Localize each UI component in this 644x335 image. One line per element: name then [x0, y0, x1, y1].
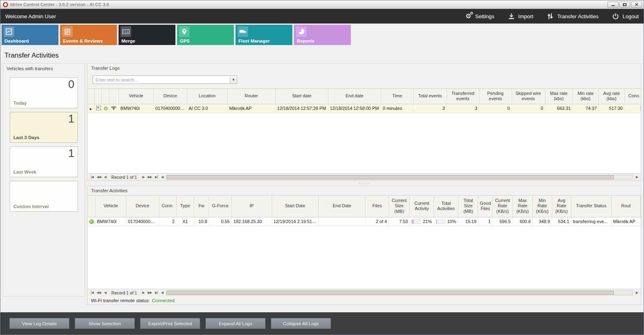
scroll-left-button[interactable] — [160, 291, 164, 294]
events-icon — [62, 26, 73, 37]
col-location[interactable]: Location — [187, 89, 227, 104]
tile-merge[interactable]: Merge — [119, 25, 175, 45]
col-pending-events[interactable]: Pending events — [479, 89, 512, 104]
import-action[interactable]: Import — [507, 12, 533, 20]
scroll-right-button[interactable] — [635, 175, 639, 179]
col-transfer-status[interactable]: Transfer Status — [571, 195, 611, 217]
col-total-size[interactable]: Total Size (MB) — [458, 195, 478, 217]
cell-min-rate: 74.37 — [573, 104, 599, 113]
col-min-rate[interactable]: Min Rate (KB/s) — [533, 195, 552, 217]
transfer-log-row[interactable]: BMW740i 017040000038 AI CC 3.0 Mikrotik … — [88, 104, 641, 113]
col-ip[interactable]: IP — [231, 195, 272, 217]
show-selection-button[interactable]: Show Selection — [75, 318, 135, 329]
col-good-files[interactable]: Good Files — [478, 195, 493, 217]
first-record-button[interactable] — [89, 175, 95, 179]
col-g-force[interactable]: G-Force — [209, 195, 232, 217]
maximize-button[interactable] — [619, 2, 630, 8]
transfer-activity-row[interactable]: BMW740i 017040000038 2 X1 10.8 0.55 192.… — [88, 217, 641, 226]
first-record-button[interactable] — [89, 291, 95, 294]
interval-card-last-week[interactable]: 1 Last Week — [10, 146, 78, 177]
expand-all-logs-button[interactable]: Expand All Logs — [205, 318, 266, 329]
gear-icon[interactable] — [104, 105, 108, 112]
green-circle-icon — [89, 219, 94, 224]
tile-reports-label: Reports — [297, 39, 314, 43]
prev-page-button[interactable] — [95, 291, 102, 294]
titlebar[interactable]: Idrive Control Center - 3.0.2 version - … — [0, 0, 644, 9]
col-files[interactable]: Files — [365, 195, 389, 217]
col-current-activity[interactable]: Current Activity — [410, 195, 434, 217]
prev-record-button[interactable] — [103, 175, 107, 179]
logout-action[interactable]: Logout — [612, 12, 639, 20]
logs-horizontal-scrollbar[interactable] — [166, 175, 633, 180]
tile-events-reviews[interactable]: Events & Reviews — [60, 25, 117, 45]
transfer-activities-action[interactable]: Transfer Activities — [546, 12, 599, 20]
col-type[interactable]: Type — [176, 195, 194, 217]
col-router[interactable]: Router — [227, 89, 275, 104]
tile-gps[interactable]: GPS — [177, 25, 234, 45]
col-conn[interactable]: Conn. — [625, 89, 641, 104]
interval-card-last-3-days[interactable]: 1 Last 3 Days — [10, 112, 78, 143]
import-label: Import — [518, 13, 533, 19]
last-3-days-count: 1 — [68, 113, 74, 125]
prev-page-button[interactable] — [95, 175, 102, 179]
interval-card-custom[interactable]: Custom Interval — [10, 181, 78, 212]
last-record-button[interactable] — [154, 175, 159, 179]
today-count: 0 — [68, 78, 74, 91]
interval-card-today[interactable]: 0 Today — [10, 77, 78, 108]
tile-fleet-manager[interactable]: Fleet Manager — [236, 25, 292, 45]
col-vehicle[interactable]: Vehicle — [119, 89, 153, 104]
col-end-date[interactable]: End Date — [318, 195, 365, 217]
search-input[interactable] — [93, 76, 230, 84]
col-vehicle[interactable]: Vehicle — [95, 195, 126, 217]
col-transferred-events[interactable]: Transferred events — [447, 89, 479, 104]
settings-action[interactable]: Settings — [464, 12, 494, 20]
window-title: Idrive Control Center - 3.0.2 version - … — [10, 2, 109, 7]
col-start-date[interactable]: Start Date — [272, 195, 318, 217]
last-record-button[interactable] — [154, 291, 159, 294]
view-log-details-button[interactable]: View Log Details — [9, 318, 69, 329]
col-min-rate[interactable]: Min rate (kbs) — [573, 89, 599, 104]
col-skipped-wire-events[interactable]: Skipped wire events — [512, 89, 545, 104]
scroll-right-button[interactable] — [635, 291, 639, 294]
logs-scrollbar-thumb[interactable] — [166, 175, 614, 179]
next-page-button[interactable] — [147, 175, 153, 179]
col-total-events[interactable]: Total events — [413, 89, 447, 104]
collapse-all-logs-button[interactable]: Collapse All Logs — [271, 318, 331, 329]
close-button[interactable] — [631, 2, 642, 8]
scroll-left-button[interactable] — [160, 175, 164, 179]
cell-transfer-status: transferring eve... — [571, 217, 611, 226]
cell-start-date: 12/19/2014 2:19:51 ... — [272, 217, 318, 226]
current-activity-progressbar — [411, 219, 421, 224]
col-end-date[interactable]: End date — [328, 89, 381, 104]
col-avg-rate[interactable]: Avg rate (kbs) — [599, 89, 625, 104]
export-print-selected-button[interactable]: Export/Print Selected — [140, 318, 200, 329]
col-start-date[interactable]: Start date — [275, 89, 328, 104]
col-current-rate[interactable]: Current Rate (KB/s) — [493, 195, 512, 217]
col-max-rate[interactable]: Max rate (kbs) — [545, 89, 573, 104]
next-page-button[interactable] — [147, 291, 153, 294]
col-current-size[interactable]: Current Size (MB) — [389, 195, 409, 217]
activities-horizontal-scrollbar[interactable] — [166, 290, 633, 295]
prev-record-button[interactable] — [103, 291, 107, 294]
window-controls — [607, 2, 642, 8]
col-router[interactable]: Rout — [611, 195, 640, 217]
plus-box-icon[interactable] — [96, 106, 101, 110]
search-dropdown-button[interactable] — [230, 76, 237, 84]
tile-dashboard[interactable]: Dashboard — [2, 25, 58, 45]
col-avg-rate[interactable]: Avg Rate (KB/s) — [552, 195, 571, 217]
panel-splitter[interactable] — [87, 181, 641, 186]
col-device[interactable]: Device — [153, 89, 187, 104]
col-conn[interactable]: Conn. — [159, 195, 176, 217]
col-max-rate[interactable]: Max Rate (KB/s) — [512, 195, 532, 217]
minimize-button[interactable] — [607, 2, 618, 8]
next-record-button[interactable] — [141, 175, 145, 179]
activities-scrollbar-thumb[interactable] — [166, 291, 614, 295]
col-time[interactable]: Time — [381, 89, 413, 104]
transfer-activities-title: Transfer Activities — [88, 186, 641, 195]
col-device[interactable]: Device — [126, 195, 159, 217]
next-record-button[interactable] — [141, 291, 145, 294]
last-week-label: Last Week — [13, 170, 37, 174]
tile-reports[interactable]: Reports — [294, 25, 351, 45]
col-fw[interactable]: Fw — [194, 195, 209, 217]
col-total-activities[interactable]: Total Activities — [434, 195, 458, 217]
